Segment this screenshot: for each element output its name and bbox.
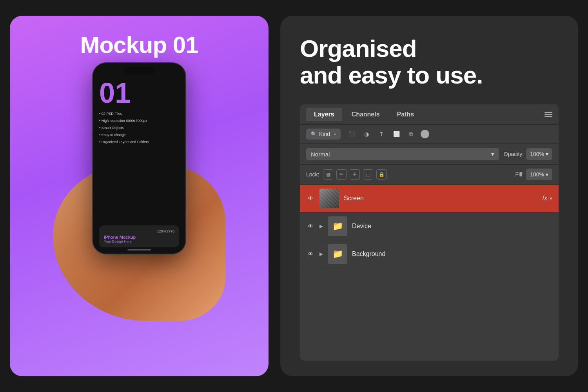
layer-name-background: Background [352,250,385,258]
phone-features-list: 02 PSD FilesHigh resolution 6000x7000pxS… [99,110,179,145]
expand-arrow-background[interactable]: ▶ [319,251,323,257]
photoshop-panel: Layers Channels Paths 🔍 Kind ▾ ⬛ ◑ T ⬜ [300,104,559,361]
feature-item: Smart Objects [99,124,179,131]
expand-arrow-device[interactable]: ▶ [319,223,323,229]
layer-name-screen: Screen [344,195,364,202]
layer-row-device[interactable]: 👁 ▶ 📁 Device [300,212,559,240]
fill-label: Fill: [515,171,524,178]
menu-line-3 [544,116,552,117]
phone-container: 01 02 PSD FilesHigh resolution 6000x7000… [76,62,202,290]
right-panel: Organisedand easy to use. Layers Channel… [280,16,578,376]
tab-paths[interactable]: Paths [389,108,422,121]
kind-chevron-icon: ▾ [334,132,336,136]
blend-mode-row: Normal ▾ Opacity: 100% ▾ [300,144,559,165]
layer-fx-screen: fx ▾ [543,195,552,202]
opacity-value: 100% [530,151,544,157]
layer-thumb-background: 📁 [328,244,347,264]
layer-name-device: Device [352,223,371,230]
phone-home-bar [127,249,151,250]
folder-icon-device: 📁 [332,221,343,231]
fill-input[interactable]: 100% ▾ [526,169,552,180]
filter-image-icon[interactable]: ⬛ [346,129,357,140]
folder-thumb-background: 📁 [328,244,347,264]
lock-transparency-icon[interactable]: ▦ [323,169,333,180]
search-icon: 🔍 [311,131,317,137]
eye-icon-background[interactable]: 👁 [306,250,315,258]
lock-paint-icon[interactable]: ✏ [336,169,347,180]
kind-label: Kind [319,131,330,137]
filter-icons: ⬛ ◑ T ⬜ ⧉ [346,129,429,140]
menu-line-1 [544,112,552,113]
filter-adjustment-icon[interactable]: ◑ [361,129,372,140]
eye-icon-device[interactable]: 👁 [306,222,315,230]
lock-icons: ▦ ✏ ✛ ⬚ 🔒 [323,169,387,180]
blend-mode-label: Normal [311,151,330,158]
phone-screen: 01 02 PSD FilesHigh resolution 6000x7000… [93,63,185,254]
panel-menu-button[interactable] [544,112,552,117]
right-title: Organisedand easy to use. [300,35,559,89]
phone-body: 01 02 PSD FilesHigh resolution 6000x7000… [92,62,186,254]
feature-item: High resolution 6000x7000px [99,117,179,124]
feature-item: Easy to change [99,131,179,138]
thumb-screen-preview [319,189,339,208]
opacity-group: Opacity: 100% ▾ [504,148,552,160]
filter-smartobject-icon[interactable]: ⧉ [406,129,417,140]
layer-row-background[interactable]: 👁 ▶ 📁 Background [300,240,559,268]
fill-value: 100% [530,171,544,178]
menu-line-2 [544,114,552,115]
fx-arrow-screen[interactable]: ▾ [550,195,552,201]
blend-mode-chevron-icon: ▾ [491,151,494,158]
lock-row: Lock: ▦ ✏ ✛ ⬚ 🔒 Fill: 100% ▾ [300,165,559,185]
layer-thumb-device: 📁 [328,216,347,236]
eye-icon-screen[interactable]: 👁 [306,194,315,203]
opacity-chevron-icon: ▾ [546,151,548,157]
lock-all-icon[interactable]: 🔒 [376,169,387,180]
lock-move-icon[interactable]: ✛ [350,169,360,180]
tab-channels[interactable]: Channels [344,108,388,121]
tab-layers[interactable]: Layers [306,108,342,121]
layers-list: 👁 Screen fx ▾ 👁 ▶ 📁 [300,185,559,268]
feature-item: Organized Layers and Folders [99,138,179,145]
filter-type-icon[interactable]: T [376,129,387,140]
lock-label: Lock: [306,171,319,178]
blend-mode-select[interactable]: Normal ▾ [306,148,499,160]
filter-shape-icon[interactable]: ⬜ [391,129,402,140]
folder-thumb-device: 📁 [328,216,347,236]
lock-artboard-icon[interactable]: ⬚ [363,169,373,180]
ps-tabs-bar: Layers Channels Paths [300,104,559,125]
filter-circle-icon[interactable] [421,130,429,138]
phone-notch [123,67,155,74]
opacity-label: Opacity: [504,151,524,157]
kind-select[interactable]: 🔍 Kind ▾ [306,129,341,140]
left-panel: Mockup 01 01 02 PSD FilesHigh resolution… [10,16,269,376]
filter-row: 🔍 Kind ▾ ⬛ ◑ T ⬜ ⧉ [300,125,559,144]
phone-display-number: 01 [99,79,179,107]
mockup-title: Mockup 01 [80,31,198,58]
phone-info-box: 1284x2778 iPhone Mockup Your Design Here [99,225,179,247]
opacity-input[interactable]: 100% ▾ [526,148,552,160]
layer-thumb-screen [319,189,339,208]
folder-icon-background: 📁 [332,249,343,259]
phone-resolution: 1284x2778 [104,229,174,233]
feature-item: 02 PSD Files [99,110,179,117]
phone-brand: iPhone Mockup [104,235,174,240]
fill-chevron-icon: ▾ [546,171,548,178]
layer-row-screen[interactable]: 👁 Screen fx ▾ [300,185,559,212]
fill-group: Fill: 100% ▾ [515,169,552,180]
fx-label-screen: fx [543,195,547,202]
phone-sub-text: Your Design Here [104,240,174,243]
